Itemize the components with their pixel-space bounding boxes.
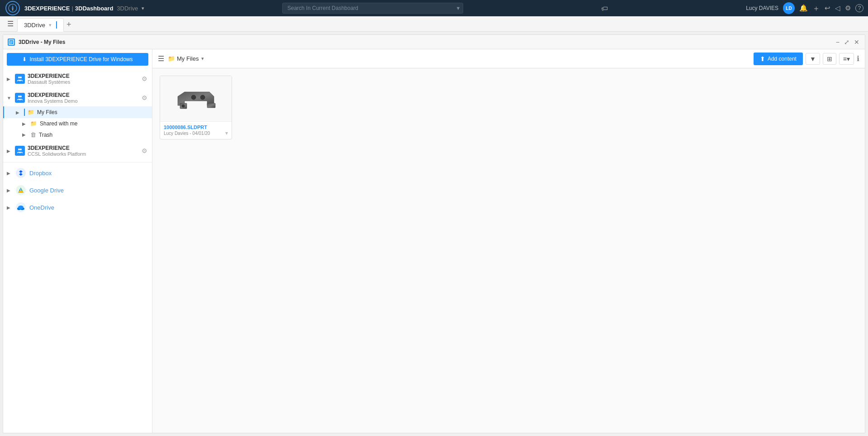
svg-marker-17: [18, 191, 24, 193]
nav-dropdown-icon[interactable]: ▾: [142, 5, 144, 11]
active-indicator: [24, 109, 25, 116]
content-area: ☰ 📁 My Files ▾ ⬆ Add content ▼: [152, 49, 865, 433]
view-toggle-button[interactable]: ▼: [806, 53, 820, 65]
file-name: 10000086.SLDPRT: [164, 125, 228, 130]
nav-brand: 3DEXPERIENCE | 3DDashboard 3DDrive ▾: [24, 5, 144, 12]
compass-logo[interactable]: [5, 0, 21, 16]
install-icon: ⬇: [22, 56, 27, 62]
tab-3ddrive[interactable]: 3DDrive ▾: [17, 18, 64, 32]
org-2-details: 3DEXPERIENCE Innova Systems Demo: [28, 92, 138, 104]
grid-view-button[interactable]: ⊞: [823, 53, 836, 65]
sort-button[interactable]: ≡▾: [839, 53, 854, 65]
file-date: 04/01/20: [192, 131, 210, 136]
search-input[interactable]: [282, 3, 463, 14]
svg-point-13: [20, 149, 22, 150]
svg-point-21: [191, 95, 196, 100]
user-name: Lucy DAVIES: [746, 5, 778, 11]
dropbox-label: Dropbox: [29, 170, 52, 177]
svg-point-25: [182, 105, 185, 107]
file-meta: Lucy Davies - 04/01/20 ▾: [164, 130, 228, 136]
nav-drive-label: 3DDrive: [117, 5, 138, 12]
org-1-icon: [15, 74, 25, 84]
sidebar-item-onedrive[interactable]: ▶ OneDrive: [3, 199, 152, 216]
svg-point-9: [20, 77, 22, 78]
svg-rect-23: [207, 103, 215, 108]
top-nav-bar: 3DEXPERIENCE | 3DDashboard 3DDrive ▾ ▼ 🏷…: [0, 0, 868, 16]
org-1-name: 3DEXPERIENCE: [28, 73, 138, 79]
org-1-settings-button[interactable]: ⚙: [141, 74, 148, 83]
org-2-settings-button[interactable]: ⚙: [141, 93, 148, 102]
svg-point-10: [18, 96, 20, 97]
search-filter-icon[interactable]: ▼: [455, 5, 460, 11]
tab-chevron-icon: ▾: [49, 22, 52, 28]
trash-label: Trash: [39, 132, 52, 138]
widget-minimize-button[interactable]: −: [835, 38, 840, 46]
org-section-3: ▶ 3DEXPERIENCE CCSL Solidworks Plat: [3, 141, 152, 160]
svg-point-8: [18, 77, 20, 78]
add-icon[interactable]: ＋: [812, 3, 820, 14]
shared-folder-icon: 📁: [30, 120, 37, 127]
breadcrumb: 📁 My Files ▾: [168, 55, 204, 62]
hamburger-button[interactable]: ☰: [4, 16, 17, 31]
onedrive-icon: [16, 202, 26, 212]
dashboard-label[interactable]: 3DDashboard: [75, 5, 114, 12]
trash-bin-icon: 🗑: [30, 131, 36, 138]
widget-title: 3DDrive - My Files: [19, 39, 831, 45]
tools-icon[interactable]: ⚙: [845, 4, 851, 12]
tag-icon[interactable]: 🏷: [601, 5, 608, 12]
install-drive-button[interactable]: ⬇ Install 3DEXPERIENCE Drive for Windows: [7, 53, 148, 66]
grid-icon: ⊞: [827, 55, 832, 62]
sidebar-item-my-files[interactable]: ▶ 📁 My Files: [3, 106, 152, 118]
add-content-button[interactable]: ⬆ Add content: [754, 53, 803, 65]
file-expand-button[interactable]: ▾: [225, 130, 228, 136]
shared-chevron-icon: ▶: [22, 121, 28, 126]
org-3-details: 3DEXPERIENCE CCSL Solidworks Platform: [28, 145, 138, 157]
widget-titlebar: 3DDrive - My Files − ⤢ ✕: [3, 35, 865, 49]
send-icon[interactable]: ◁: [835, 4, 840, 12]
add-content-icon: ⬆: [760, 55, 765, 62]
onedrive-chevron-icon: ▶: [7, 205, 12, 210]
org-3-subtitle: CCSL Solidworks Platform: [28, 151, 138, 157]
org-1-chevron-icon: ▶: [7, 77, 12, 81]
dropbox-icon: [16, 168, 26, 178]
org-3-settings-button[interactable]: ⚙: [141, 146, 148, 155]
dropbox-chevron-icon: ▶: [7, 171, 12, 176]
sidebar-item-google-drive[interactable]: ▶ Google Drive: [3, 182, 152, 199]
file-thumbnail: [160, 76, 232, 121]
notification-icon[interactable]: 🔔: [799, 4, 808, 12]
widget-controls: − ⤢ ✕: [835, 38, 860, 46]
sidebar-item-dropbox[interactable]: ▶ Dropbox: [3, 164, 152, 182]
widget-close-button[interactable]: ✕: [853, 38, 860, 46]
org-3-name: 3DEXPERIENCE: [28, 145, 138, 151]
view-filter-icon: ▼: [810, 55, 816, 62]
breadcrumb-dropdown-icon[interactable]: ▾: [201, 56, 204, 62]
svg-point-3: [12, 8, 14, 9]
sidebar-item-shared-with-me[interactable]: ▶ 📁 Shared with me: [3, 118, 152, 129]
org-item-3[interactable]: ▶ 3DEXPERIENCE CCSL Solidworks Plat: [3, 142, 152, 159]
widget-maximize-button[interactable]: ⤢: [843, 38, 850, 46]
file-card[interactable]: 10000086.SLDPRT Lucy Davies - 04/01/20 ▾: [160, 76, 232, 139]
org-2-subtitle: Innova Systems Demo: [28, 98, 138, 104]
add-tab-button[interactable]: +: [64, 18, 74, 31]
install-label: Install 3DEXPERIENCE Drive for Windows: [29, 56, 133, 62]
sidebar-item-trash[interactable]: ▶ 🗑 Trash: [3, 129, 152, 140]
org-2-name: 3DEXPERIENCE: [28, 92, 138, 98]
part-preview-svg: [169, 81, 223, 117]
google-drive-label: Google Drive: [29, 187, 64, 194]
org-item-2[interactable]: ▼ 3DEXPERIENCE Innova Systems Demo: [3, 89, 152, 106]
my-files-folder-icon: 📁: [28, 109, 34, 115]
org-section-2: ▼ 3DEXPERIENCE Innova Systems Demo: [3, 88, 152, 141]
share-icon[interactable]: ↩: [825, 4, 830, 12]
info-button[interactable]: ℹ: [857, 54, 859, 63]
nav-right: Lucy DAVIES LD 🔔 ＋ ↩ ◁ ⚙ ?: [746, 2, 863, 14]
breadcrumb-label: My Files: [177, 55, 199, 62]
org-2-icon: [15, 93, 25, 103]
org-item-1[interactable]: ▶ 3DEXPERIENCE Dassault Systèmes: [3, 70, 152, 87]
content-menu-button[interactable]: ☰: [158, 54, 164, 63]
user-avatar[interactable]: LD: [783, 2, 795, 14]
help-icon[interactable]: ?: [855, 4, 863, 12]
file-grid: 10000086.SLDPRT Lucy Davies - 04/01/20 ▾: [152, 68, 865, 433]
tab-active-indicator: [56, 21, 57, 29]
shared-label: Shared with me: [40, 120, 77, 127]
add-content-label: Add content: [768, 56, 797, 62]
